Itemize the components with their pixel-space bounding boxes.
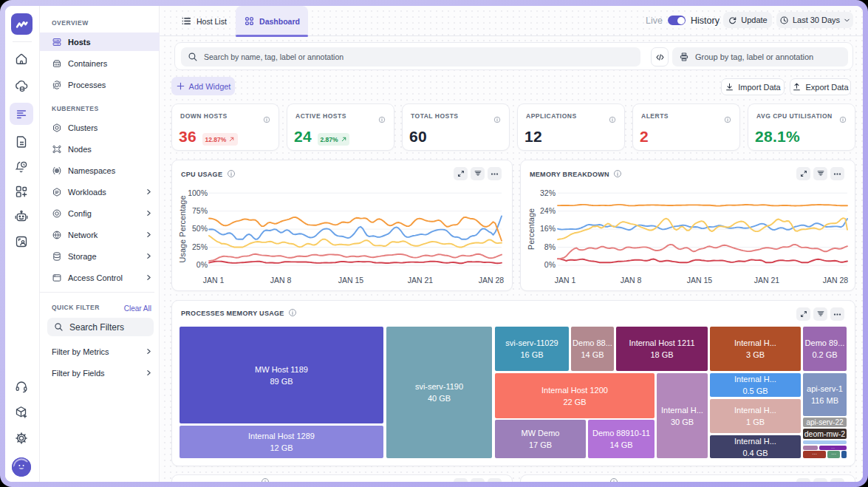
svg-text:50%: 50% xyxy=(192,224,208,233)
svg-text:JAN 28: JAN 28 xyxy=(479,276,505,285)
svg-text:25%: 25% xyxy=(192,242,208,251)
svg-text:JAN 21: JAN 21 xyxy=(754,276,780,285)
svg-text:JAN 1: JAN 1 xyxy=(203,276,225,285)
svg-text:Percentage: Percentage xyxy=(527,208,536,250)
svg-text:JAN 8: JAN 8 xyxy=(621,276,642,285)
svg-text:JAN 28: JAN 28 xyxy=(823,276,849,285)
svg-text:0%: 0% xyxy=(197,260,208,269)
svg-text:JAN 21: JAN 21 xyxy=(408,276,434,285)
svg-text:JAN 1: JAN 1 xyxy=(555,276,576,285)
svg-text:Usage Percentage: Usage Percentage xyxy=(178,195,187,262)
svg-text:JAN 8: JAN 8 xyxy=(270,276,292,285)
svg-text:JAN 15: JAN 15 xyxy=(338,276,364,285)
svg-text:100%: 100% xyxy=(188,188,208,197)
svg-text:16%: 16% xyxy=(540,224,556,233)
svg-text:24%: 24% xyxy=(540,206,556,215)
svg-text:32%: 32% xyxy=(540,188,556,197)
svg-text:JAN 15: JAN 15 xyxy=(687,276,713,285)
svg-text:8%: 8% xyxy=(544,242,556,251)
svg-text:75%: 75% xyxy=(192,206,208,215)
svg-text:0%: 0% xyxy=(544,260,556,269)
